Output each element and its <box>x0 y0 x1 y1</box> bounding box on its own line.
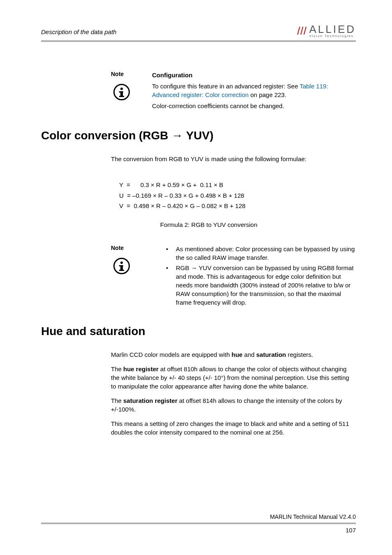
formula-caption: Formula 2: RGB to YUV conversion <box>41 221 356 228</box>
note-text-part: on page 223. <box>249 91 286 98</box>
info-icon <box>113 84 130 100</box>
note-bypass: Note As mentioned above: Color processin… <box>111 245 356 308</box>
page-footer: MARLIN Technical Manual V2.4.0 107 <box>41 513 356 534</box>
logo-slashes-icon: /// <box>297 25 307 37</box>
heading-hue-saturation: Hue and saturation <box>41 325 356 338</box>
info-icon <box>113 258 130 274</box>
header-rule <box>41 40 356 42</box>
logo-name: ALLIED <box>309 24 356 35</box>
note-heading: Configuration <box>152 71 356 79</box>
page-header: Description of the data path /// ALLIED … <box>41 24 356 38</box>
logo-tagline: Vision Technologies <box>309 35 356 38</box>
saturation-description: This means a setting of zero changes the… <box>111 419 356 437</box>
formula-u: U = –0.169 × R – 0.33 × G + 0.498 × B + … <box>119 190 356 201</box>
hue-paragraph: Marlin CCD color models are equipped wit… <box>111 350 356 359</box>
hue-register-paragraph: The hue register at offset 810h allows t… <box>111 365 356 391</box>
intro-paragraph: The conversion from RGB to YUV is made u… <box>111 155 356 163</box>
formula-y: Y = 0.3 × R + 0.59 × G + 0.11 × B <box>119 180 356 190</box>
note-label: Note <box>111 71 152 77</box>
brand-logo: /// ALLIED Vision Technologies <box>297 24 356 38</box>
footer-rule <box>41 523 356 524</box>
note-text: To configure this feature in an advanced… <box>152 82 356 99</box>
saturation-register-paragraph: The saturation register at offset 814h a… <box>111 396 356 414</box>
page-number: 107 <box>41 527 356 534</box>
footer-doc-title: MARLIN Technical Manual V2.4.0 <box>41 513 356 520</box>
section-title: Description of the data path <box>41 28 116 38</box>
note-label: Note <box>111 245 152 251</box>
formula-v: V = 0.498 × R – 0.420 × G – 0.082 × B + … <box>119 201 356 211</box>
note-text: Color-correction coefficients cannot be … <box>152 102 356 110</box>
formula-block: Y = 0.3 × R + 0.59 × G + 0.11 × B U = –0… <box>119 180 356 211</box>
heading-color-conversion: Color conversion (RGB → YUV) <box>41 129 356 142</box>
note-bullet: As mentioned above: Color processing can… <box>164 245 356 262</box>
note-bullet: RGB → YUV conversion can be bypassed by … <box>164 264 356 307</box>
note-text-part: To configure this feature in an advanced… <box>152 83 300 90</box>
note-configuration: Note Configuration To configure this fea… <box>111 71 356 113</box>
